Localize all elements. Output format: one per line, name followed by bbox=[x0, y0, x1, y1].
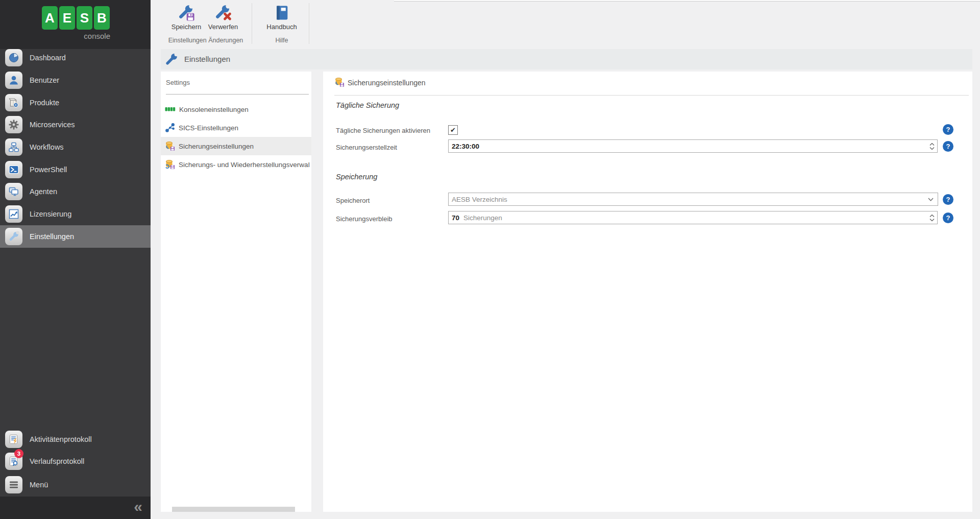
database-restore-icon bbox=[165, 159, 175, 170]
sidebar-item-verlaufsprotokoll[interactable]: 3 Verlaufsprotokoll bbox=[0, 450, 151, 473]
chevron-down-icon bbox=[928, 198, 934, 201]
sidebar-item-label: Lizensierung bbox=[30, 210, 71, 218]
sidebar-item-lizensierung[interactable]: Lizensierung bbox=[0, 203, 151, 225]
dashboard-pie-icon bbox=[5, 49, 22, 66]
discard-button-label: Verwerfen bbox=[208, 23, 238, 31]
ribbon-group-help: Hilfe bbox=[261, 37, 302, 44]
page-title: Einstellungen bbox=[184, 49, 230, 69]
storage-location-value: AESB Verzeichnis bbox=[452, 196, 507, 203]
settings-item-label: Sicherungs- und Wiederherstellungsverwal bbox=[179, 161, 310, 169]
wrench-icon bbox=[165, 53, 179, 66]
activity-log-icon bbox=[5, 431, 22, 448]
sidebar-item-label: Verlaufsprotokoll bbox=[30, 457, 84, 465]
storage-location-select[interactable]: AESB Verzeichnis bbox=[448, 193, 938, 206]
help-button-storage-location[interactable]: ? bbox=[943, 194, 953, 205]
settings-item-sics-einstellungen[interactable]: SICS-Einstellungen bbox=[161, 119, 311, 137]
help-button-enable-daily[interactable]: ? bbox=[943, 124, 953, 135]
divider bbox=[334, 95, 969, 96]
ribbon-separator bbox=[309, 3, 309, 44]
workflow-icon bbox=[5, 138, 22, 156]
sidebar-item-dashboard[interactable]: Dashboard bbox=[0, 46, 151, 69]
question-mark-icon: ? bbox=[946, 214, 950, 222]
panel-title: Sicherungseinstellungen bbox=[348, 79, 426, 87]
question-mark-icon: ? bbox=[946, 143, 950, 150]
retention-value: 70 bbox=[452, 214, 459, 222]
settings-item-label: Sicherungseinstellungen bbox=[179, 143, 254, 150]
settings-item-sicherungs-wiederherstellung[interactable]: Sicherungs- und Wiederherstellungsverwal bbox=[161, 155, 311, 174]
manual-button[interactable]: Handbuch bbox=[263, 3, 301, 35]
gear-icon bbox=[5, 116, 22, 133]
enable-daily-backups-checkbox[interactable]: ✔ bbox=[448, 125, 458, 135]
settings-item-label: SICS-Einstellungen bbox=[179, 124, 238, 132]
sidebar-item-einstellungen[interactable]: Einstellungen bbox=[0, 225, 151, 248]
backup-time-input[interactable]: 22:30:00 bbox=[448, 139, 938, 153]
logo-letter: S bbox=[77, 6, 92, 30]
logo-letter: A bbox=[42, 6, 58, 30]
database-backup-icon bbox=[165, 141, 175, 151]
wrench-discard-icon bbox=[214, 4, 232, 21]
sidebar-item-label: Einstellungen bbox=[30, 232, 74, 241]
help-button-retention[interactable]: ? bbox=[943, 213, 953, 223]
field-label-enable-daily: Tägliche Sicherungen aktivieren bbox=[336, 127, 430, 134]
ribbon-group-settings-changes: Einstellungen Änderungen bbox=[165, 37, 247, 44]
settings-list-header: Settings bbox=[166, 79, 190, 86]
field-label-backup-time: Sicherungserstellzeit bbox=[336, 144, 397, 151]
time-spinner[interactable] bbox=[927, 140, 936, 152]
sidebar-item-label: Benutzer bbox=[30, 76, 59, 84]
sidebar-item-agenten[interactable]: Agenten bbox=[0, 180, 151, 203]
settings-list-panel: Settings Konsoleneinstellungen SICS-Eins… bbox=[161, 72, 311, 512]
package-icon bbox=[5, 94, 22, 111]
sidebar-item-label: Dashboard bbox=[30, 54, 66, 62]
settings-item-label: Konsoleneinstellungen bbox=[179, 106, 249, 113]
sidebar-logo-area: A E S B console bbox=[0, 0, 151, 49]
question-mark-icon: ? bbox=[946, 126, 950, 133]
wrench-icon bbox=[5, 228, 22, 245]
logo-letter: B bbox=[94, 6, 110, 30]
hamburger-menu-icon bbox=[5, 476, 22, 493]
sidebar-collapse-bar: « bbox=[0, 497, 151, 519]
sidebar-item-label: PowerShell bbox=[30, 166, 67, 174]
monitors-icon bbox=[5, 183, 22, 200]
sidebar-item-benutzer[interactable]: Benutzer bbox=[0, 69, 151, 91]
retention-spinner[interactable] bbox=[927, 212, 936, 223]
retention-input[interactable]: 70 Sicherungen bbox=[448, 211, 938, 224]
sidebar-item-label: Agenten bbox=[30, 187, 57, 196]
book-icon bbox=[273, 4, 290, 21]
aesb-logo: A E S B bbox=[42, 6, 110, 30]
history-log-icon: 3 bbox=[5, 453, 22, 470]
field-label-retention: Sicherungsverbleib bbox=[336, 215, 393, 223]
logo-subtitle: console bbox=[42, 32, 110, 40]
sidebar: A E S B console Dashboard Benutzer Produ… bbox=[0, 0, 151, 519]
settings-item-sicherungseinstellungen[interactable]: Sicherungseinstellungen bbox=[161, 137, 311, 155]
window-top-edge bbox=[394, 0, 980, 2]
sidebar-item-menue[interactable]: Menü bbox=[0, 474, 151, 496]
sidebar-item-label: Menü bbox=[30, 481, 48, 489]
powershell-icon bbox=[5, 161, 22, 178]
sidebar-item-produkte[interactable]: Produkte bbox=[0, 91, 151, 114]
sidebar-item-label: Microservices bbox=[30, 121, 75, 129]
ribbon-toolbar: Speichern Verwerfen Handbuch Einstellung… bbox=[151, 0, 980, 49]
chevron-up-icon bbox=[929, 143, 935, 146]
save-button[interactable]: Speichern bbox=[167, 3, 205, 35]
help-button-backup-time[interactable]: ? bbox=[943, 141, 953, 152]
notification-badge: 3 bbox=[14, 449, 23, 458]
collapse-sidebar-button[interactable]: « bbox=[134, 497, 142, 519]
settings-item-konsoleneinstellungen[interactable]: Konsoleneinstellungen bbox=[161, 100, 311, 119]
logo-letter: E bbox=[59, 6, 75, 30]
save-button-label: Speichern bbox=[172, 23, 202, 31]
horizontal-scrollbar-thumb[interactable] bbox=[172, 507, 295, 512]
sidebar-item-powershell[interactable]: PowerShell bbox=[0, 158, 151, 181]
sidebar-item-aktivitaetenprotokoll[interactable]: Aktivitätenprotokoll bbox=[0, 428, 151, 451]
sidebar-item-microservices[interactable]: Microservices bbox=[0, 113, 151, 136]
section-heading-storage: Speicherung bbox=[336, 173, 377, 181]
chart-trend-icon bbox=[5, 205, 22, 223]
checkmark-icon: ✔ bbox=[450, 126, 456, 134]
section-heading-daily-backup: Tägliche Sicherung bbox=[336, 101, 399, 109]
discard-button[interactable]: Verwerfen bbox=[204, 3, 242, 35]
chevron-down-icon bbox=[929, 219, 935, 221]
sidebar-item-label: Workflows bbox=[30, 143, 64, 151]
chevron-up-icon bbox=[929, 215, 935, 217]
sidebar-item-workflows[interactable]: Workflows bbox=[0, 136, 151, 158]
page-title-bar: Einstellungen bbox=[161, 49, 972, 69]
database-backup-icon bbox=[334, 77, 345, 87]
